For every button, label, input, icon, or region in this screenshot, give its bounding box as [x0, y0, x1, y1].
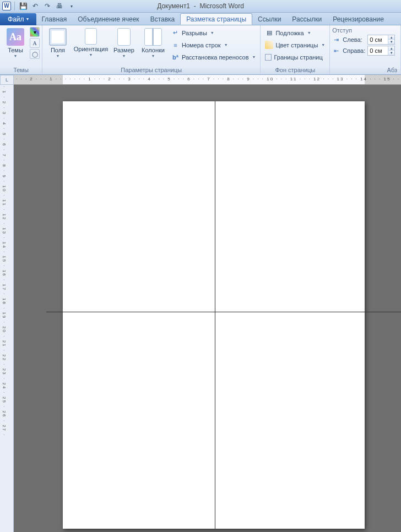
app-name: Microsoft Word: [199, 2, 243, 10]
breaks-label: Разрывы: [182, 30, 207, 36]
margins-button[interactable]: Поля ▼: [45, 27, 71, 63]
line-numbers-icon: ≡: [171, 41, 180, 49]
tab-ссылки[interactable]: Ссылки: [252, 13, 286, 25]
spin-down-icon[interactable]: ▼: [388, 51, 394, 55]
file-tab[interactable]: Файл ▾: [0, 13, 36, 25]
indent-left-icon: ⇥: [332, 36, 340, 44]
word-app-icon: W: [2, 2, 11, 10]
themes-label: Темы: [8, 47, 23, 53]
columns-icon: [144, 28, 162, 46]
tab-главная[interactable]: Главная: [36, 13, 73, 25]
spin-up-icon[interactable]: ▲: [388, 46, 394, 51]
chevron-down-icon: ▼: [56, 54, 60, 58]
line-numbers-label: Номера строк: [182, 42, 221, 48]
title-bar: W 💾 ↶ ↷ 🖶 ▾ Документ1 - Microsoft Word: [0, 0, 401, 13]
save-icon[interactable]: 💾: [18, 1, 28, 11]
quick-print-icon[interactable]: 🖶: [55, 1, 64, 11]
hyphenation-label: Расстановка переносов: [182, 54, 248, 61]
tab-selector-icon: L: [6, 77, 8, 83]
chevron-down-icon: ▼: [14, 54, 18, 58]
redo-icon[interactable]: ↷: [42, 1, 52, 11]
line-numbers-button[interactable]: ≡ Номера строк ▼: [169, 39, 258, 51]
page-borders-icon: [265, 54, 272, 61]
indent-right-label: Справа:: [343, 47, 365, 54]
indent-header: Отступ: [332, 27, 395, 34]
ruler-h-scale: · · · 2 · · · 1 · · · · · · · 1 · · · 2 …: [16, 77, 401, 82]
group-label: Параметры страницы: [45, 66, 258, 74]
vertical-ruler[interactable]: · 1 · 2 · 3 · 4 · 5 · 6 · 7 · 8 · 9 · 10…: [0, 85, 14, 532]
tab-рецензирование[interactable]: Рецензирование: [327, 13, 389, 25]
qat-customize-icon[interactable]: ▾: [67, 1, 77, 11]
breaks-icon: ↵: [171, 29, 180, 37]
size-button[interactable]: Размер ▼: [111, 27, 137, 63]
hyphenation-button[interactable]: bª Расстановка переносов ▼: [169, 51, 258, 63]
margins-icon: [49, 28, 67, 46]
quick-access-toolbar: W 💾 ↶ ↷ 🖶 ▾: [2, 1, 77, 11]
file-tab-label: Файл: [8, 15, 24, 23]
indent-right-icon: ⇤: [332, 47, 340, 55]
theme-mini-stack: ▾ A ◯: [30, 27, 40, 59]
ribbon-tabs: Файл ▾ ГлавнаяОбъединение ячеекВставкаРа…: [0, 13, 401, 25]
table-border-horizontal: [46, 312, 401, 312]
chevron-down-icon: ▼: [210, 31, 214, 35]
chevron-down-icon: ▼: [307, 31, 311, 35]
indent-left-label: Слева:: [343, 36, 365, 43]
tab-вставка[interactable]: Вставка: [145, 13, 181, 25]
orientation-label: Ориентация: [74, 46, 108, 52]
chevron-down-icon: ▼: [89, 53, 93, 57]
page-color-button[interactable]: Цвет страницы ▼: [263, 39, 327, 51]
tab-рассылки[interactable]: Рассылки: [286, 13, 327, 25]
watermark-button[interactable]: ▤ Подложка ▼: [263, 27, 327, 39]
page-borders-label: Границы страниц: [274, 54, 322, 61]
group-paragraph: Отступ ⇥ Слева: ▲ ▼ ⇤ Справа: ▲ ▼: [330, 25, 401, 74]
watermark-icon: ▤: [265, 29, 273, 37]
theme-fonts-button[interactable]: A: [30, 38, 40, 48]
page-borders-button[interactable]: Границы страниц: [263, 51, 327, 63]
page-color-label: Цвет страницы: [275, 42, 318, 48]
group-label: Абз: [332, 66, 398, 74]
horizontal-ruler[interactable]: · · · 2 · · · 1 · · · · · · · 1 · · · 2 …: [14, 75, 401, 85]
tab-объединение-ячеек[interactable]: Объединение ячеек: [72, 13, 144, 25]
theme-effects-button[interactable]: ◯: [30, 49, 40, 59]
size-icon: [117, 28, 131, 46]
group-page-setup: Поля ▼ Ориентация ▼ Размер ▼ Колонки ▼ ↵: [42, 25, 261, 74]
spin-up-icon[interactable]: ▲: [388, 35, 394, 40]
indent-right-input[interactable]: [368, 46, 388, 55]
breaks-button[interactable]: ↵ Разрывы ▼: [169, 27, 258, 39]
tab-разметка-страницы[interactable]: Разметка страницы: [180, 13, 252, 25]
document-page[interactable]: [63, 101, 365, 529]
ribbon: Aa Темы ▼ ▾ A ◯ Темы Поля ▼ Ориентация: [0, 25, 401, 75]
separator: [14, 2, 15, 10]
indent-right-spinner[interactable]: ▲ ▼: [367, 46, 395, 56]
group-themes: Aa Темы ▼ ▾ A ◯ Темы: [0, 25, 42, 74]
theme-colors-button[interactable]: ▾: [30, 27, 40, 37]
ruler-v-scale: · 1 · 2 · 3 · 4 · 5 · 6 · 7 · 8 · 9 · 10…: [2, 86, 7, 436]
chevron-down-icon: ▼: [224, 43, 228, 47]
group-label: Темы: [2, 66, 40, 74]
chevron-down-icon: ▼: [151, 54, 155, 58]
chevron-down-icon: ▼: [122, 54, 126, 58]
ruler-corner[interactable]: L: [0, 75, 14, 85]
chevron-down-icon: ▼: [252, 55, 256, 59]
group-label: Фон страницы: [263, 66, 327, 74]
chevron-down-icon: ▾: [26, 17, 29, 21]
group-page-background: ▤ Подложка ▼ Цвет страницы ▼ Границы стр…: [261, 25, 330, 74]
watermark-label: Подложка: [275, 30, 304, 36]
indent-left-spinner[interactable]: ▲ ▼: [367, 35, 395, 45]
orientation-button[interactable]: Ориентация ▼: [72, 27, 110, 63]
columns-button[interactable]: Колонки ▼: [138, 27, 168, 63]
chevron-down-icon: ▼: [321, 43, 325, 47]
themes-button[interactable]: Aa Темы ▼: [2, 27, 29, 63]
size-label: Размер: [113, 47, 134, 53]
document-name: Документ1: [157, 2, 190, 10]
columns-label: Колонки: [142, 47, 165, 53]
indent-left-input[interactable]: [368, 35, 388, 44]
themes-icon: Aa: [7, 28, 24, 46]
orientation-icon: [85, 28, 97, 45]
workspace: L · · · 2 · · · 1 · · · · · · · 1 · · · …: [0, 75, 401, 532]
page-color-icon: [265, 41, 273, 49]
hyphenation-icon: bª: [171, 53, 180, 61]
spin-down-icon[interactable]: ▼: [388, 40, 394, 44]
table-border-vertical: [215, 101, 215, 529]
undo-icon[interactable]: ↶: [30, 1, 40, 11]
